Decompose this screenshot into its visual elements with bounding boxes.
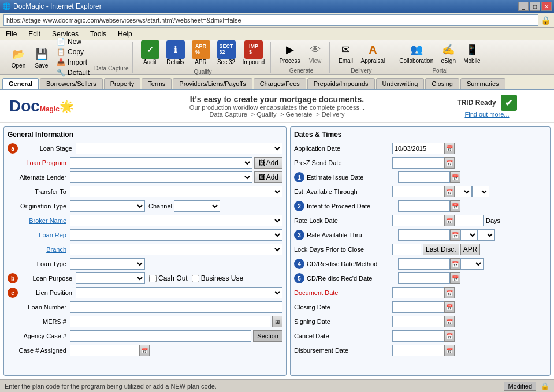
- tab-closing[interactable]: Closing: [425, 78, 459, 89]
- loan-type-select[interactable]: [70, 258, 145, 270]
- title-bar: 🌐 DocMagic - Internet Explorer _ □ ✕: [0, 0, 554, 13]
- cancel-date-cal[interactable]: 📅: [444, 330, 455, 342]
- process-button[interactable]: ▶ Process: [277, 40, 302, 65]
- est-available-through-cal[interactable]: 📅: [444, 186, 455, 197]
- business-use-checkbox[interactable]: [192, 275, 199, 282]
- document-date-cal[interactable]: 📅: [444, 287, 455, 298]
- closing-date-cal[interactable]: 📅: [444, 301, 455, 313]
- tab-general[interactable]: General: [2, 78, 39, 89]
- url-input[interactable]: [3, 14, 538, 26]
- tab-providers-liens-payoffs[interactable]: Providers/Liens/Payoffs: [173, 78, 252, 89]
- tab-charges-fees[interactable]: Charges/Fees: [254, 78, 306, 89]
- est-available-through-select2[interactable]: [472, 186, 489, 197]
- cd-redisc-recd-date-cal[interactable]: 📅: [450, 272, 460, 284]
- tab-underwriting[interactable]: Underwriting: [376, 78, 425, 89]
- audit-button[interactable]: ✓ Audit: [139, 39, 162, 66]
- apr-disc-button[interactable]: APR: [460, 244, 481, 255]
- broker-name-label[interactable]: Broker Name: [8, 217, 70, 224]
- est-available-through-input[interactable]: [392, 186, 444, 197]
- loan-number-input[interactable]: [70, 301, 282, 313]
- estimate-issue-date-input[interactable]: [398, 171, 450, 183]
- cd-redisc-date-cal[interactable]: 📅: [450, 258, 460, 270]
- rate-available-thru-select2[interactable]: [478, 229, 495, 241]
- alternate-lender-add-button[interactable]: 🖼 Add: [254, 171, 282, 183]
- transfer-to-select[interactable]: [70, 186, 282, 197]
- rate-available-thru-cal[interactable]: 📅: [450, 229, 460, 241]
- rate-available-thru-input[interactable]: [398, 229, 450, 241]
- tab-terms[interactable]: Terms: [142, 78, 172, 89]
- apr-button[interactable]: APR% APR: [189, 39, 213, 66]
- case-assigned-cal-button[interactable]: 📅: [139, 345, 150, 356]
- sect32-button[interactable]: SECT32 Sect32: [215, 39, 238, 66]
- cd-redisc-date-input[interactable]: [398, 258, 450, 270]
- menu-edit[interactable]: Edit: [25, 29, 44, 39]
- impound-button[interactable]: IMP$ Impound: [240, 39, 267, 66]
- est-available-through-select1[interactable]: [455, 186, 472, 197]
- email-button[interactable]: ✉ Email: [336, 40, 356, 65]
- default-button[interactable]: 🔧 Default: [54, 68, 92, 77]
- loan-program-select[interactable]: [70, 157, 252, 169]
- rate-lock-date-cal[interactable]: 📅: [444, 215, 455, 226]
- disbursement-date-input[interactable]: [392, 345, 444, 356]
- cd-redisc-recd-date-input[interactable]: [398, 272, 450, 284]
- loan-rep-label[interactable]: Loan Rep: [8, 232, 70, 238]
- rate-available-thru-select1[interactable]: [460, 229, 478, 241]
- appraisal-button[interactable]: A Appraisal: [359, 40, 388, 65]
- lien-position-select[interactable]: [76, 287, 282, 298]
- loan-program-add-button[interactable]: 🖼 Add: [254, 157, 282, 169]
- case-assigned-input[interactable]: [70, 345, 139, 356]
- broker-name-select[interactable]: [70, 215, 282, 226]
- mobile-button[interactable]: 📱 Mobile: [461, 40, 482, 65]
- details-button[interactable]: ℹ Details: [164, 39, 187, 66]
- application-date-input[interactable]: [392, 143, 444, 154]
- branch-label[interactable]: Branch: [8, 246, 70, 253]
- tab-borrowers-sellers[interactable]: Borrowers/Sellers: [40, 78, 103, 89]
- origination-type-select[interactable]: [70, 200, 145, 212]
- save-button[interactable]: 💾 Save: [31, 45, 52, 70]
- agency-case-input[interactable]: [70, 330, 251, 342]
- esign-button[interactable]: ✍ eSign: [438, 40, 459, 65]
- intent-to-proceed-input[interactable]: [398, 200, 450, 212]
- closing-date-input[interactable]: [392, 301, 444, 313]
- open-button[interactable]: 📂 Open: [8, 45, 29, 70]
- pre-z-send-date-input[interactable]: [392, 157, 444, 169]
- loan-stage-select[interactable]: [76, 143, 282, 154]
- maximize-button[interactable]: □: [530, 2, 540, 11]
- loan-rep-select[interactable]: [70, 229, 282, 241]
- intent-to-proceed-cal[interactable]: 📅: [450, 200, 460, 212]
- tab-summaries[interactable]: Summaries: [460, 78, 505, 89]
- alternate-lender-select[interactable]: [70, 171, 252, 183]
- signing-date-input[interactable]: [392, 316, 444, 327]
- collaboration-button[interactable]: 👥 Collaboration: [397, 40, 436, 65]
- import-button[interactable]: 📥 Import: [54, 58, 92, 67]
- cash-out-checkbox[interactable]: [149, 275, 157, 282]
- signing-date-cal[interactable]: 📅: [444, 316, 455, 327]
- minimize-button[interactable]: _: [518, 2, 529, 11]
- view-button[interactable]: 👁 View: [305, 40, 326, 65]
- copy-button[interactable]: 📋 Copy: [54, 47, 92, 57]
- application-date-cal[interactable]: 📅: [444, 143, 455, 154]
- loan-purpose-select[interactable]: [76, 272, 145, 284]
- cd-redisc-method-select[interactable]: [460, 258, 484, 270]
- branch-select[interactable]: [70, 244, 282, 255]
- menu-file[interactable]: File: [2, 29, 20, 39]
- new-button[interactable]: 📄 New: [54, 37, 92, 46]
- estimate-issue-date-cal[interactable]: 📅: [450, 171, 460, 183]
- section-button[interactable]: Section: [253, 330, 282, 342]
- document-date-input[interactable]: [392, 287, 444, 298]
- tab-prepaids-impounds[interactable]: Prepaids/Impounds: [307, 78, 375, 89]
- disbursement-date-cal[interactable]: 📅: [444, 345, 455, 356]
- last-disc-button[interactable]: Last Disc.: [423, 244, 459, 255]
- close-button[interactable]: ✕: [541, 2, 552, 11]
- mers-button[interactable]: ⊞: [272, 316, 282, 327]
- mers-input[interactable]: [70, 316, 270, 327]
- menu-help[interactable]: Help: [114, 29, 136, 39]
- channel-select[interactable]: [174, 200, 220, 212]
- rate-lock-date-input[interactable]: [392, 215, 444, 226]
- find-more-link[interactable]: Find out more...: [464, 111, 509, 118]
- pre-z-send-date-cal[interactable]: 📅: [444, 157, 455, 169]
- cancel-date-input[interactable]: [392, 330, 444, 342]
- lock-days-prior-input[interactable]: [392, 244, 421, 255]
- rate-lock-days-input[interactable]: [455, 215, 484, 226]
- tab-property[interactable]: Property: [104, 78, 141, 89]
